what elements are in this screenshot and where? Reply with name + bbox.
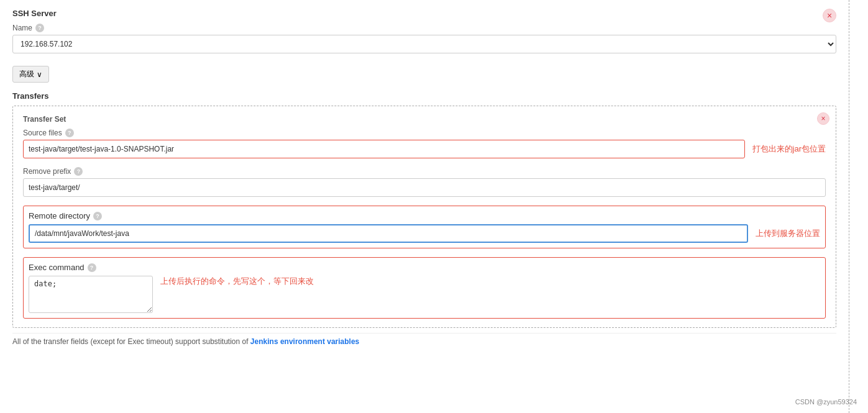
source-files-input[interactable]: [23, 140, 745, 158]
exec-command-textarea[interactable]: date;: [29, 276, 153, 313]
footer-note: All of the transfer fields (except for E…: [12, 333, 836, 346]
remove-prefix-input[interactable]: [23, 178, 826, 197]
transfer-set-close-button[interactable]: ×: [817, 112, 829, 125]
transfer-set-box: × Transfer Set Source files ? 打包出来的jar包位…: [12, 106, 836, 328]
source-files-help-icon[interactable]: ?: [65, 129, 74, 137]
remove-prefix-label: Remove prefix: [23, 167, 71, 176]
transfer-set-title: Transfer Set: [23, 115, 826, 124]
remote-directory-help-icon[interactable]: ?: [93, 212, 102, 220]
exec-command-section: Exec command ? date; 上传后执行的命令，先写这个，等下回来改: [23, 257, 826, 319]
exec-command-annotation: 上传后执行的命令，先写这个，等下回来改: [160, 276, 314, 287]
name-label: Name: [12, 24, 32, 32]
remote-directory-label: Remote directory: [29, 211, 90, 220]
ssh-server-title: SSH Server: [12, 9, 57, 18]
exec-command-help-icon[interactable]: ?: [88, 263, 96, 272]
chevron-down-icon: ∨: [37, 70, 42, 79]
watermark: CSDN @zyun59324: [795, 398, 857, 406]
remote-directory-annotation: 上传到服务器位置: [756, 228, 820, 239]
ssh-server-close-button[interactable]: ×: [823, 9, 836, 22]
source-files-annotation: 打包出来的jar包位置: [752, 143, 826, 155]
remote-directory-input[interactable]: [29, 224, 748, 243]
side-rail: [849, 0, 868, 413]
advanced-button[interactable]: 高级 ∨: [12, 66, 49, 83]
transfers-label: Transfers: [12, 91, 836, 101]
source-files-label: Source files: [23, 129, 62, 137]
advanced-label: 高级: [19, 69, 34, 79]
remove-prefix-help-icon[interactable]: ?: [74, 167, 83, 176]
name-help-icon[interactable]: ?: [35, 24, 44, 32]
ssh-server-name-select[interactable]: 192.168.57.102: [12, 35, 836, 53]
exec-command-label: Exec command: [29, 263, 85, 272]
jenkins-env-vars-link[interactable]: Jenkins environment variables: [250, 337, 359, 346]
remote-directory-section: Remote directory ? 上传到服务器位置: [23, 206, 826, 248]
